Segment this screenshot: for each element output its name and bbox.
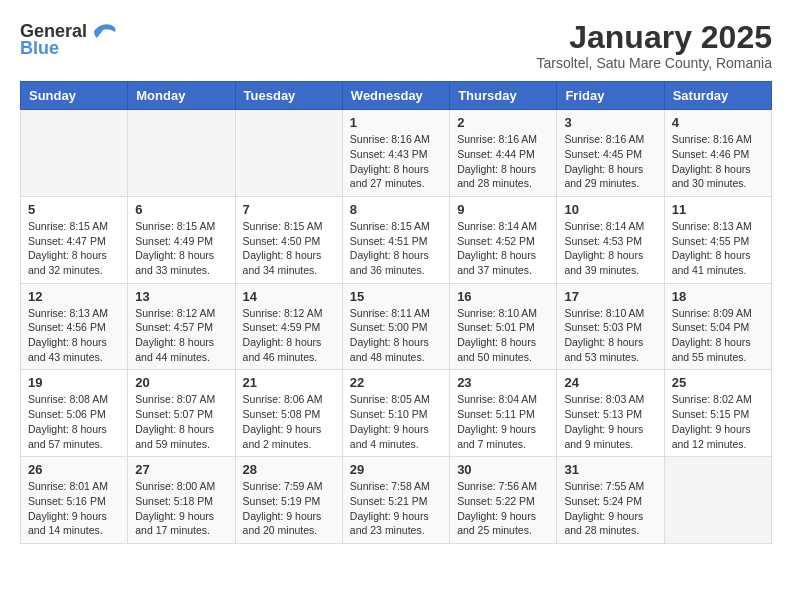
calendar-day-cell: [21, 110, 128, 197]
day-info: Sunrise: 8:15 AMSunset: 4:47 PMDaylight:…: [28, 219, 120, 278]
calendar-day-cell: 6Sunrise: 8:15 AMSunset: 4:49 PMDaylight…: [128, 196, 235, 283]
day-of-week-header: Saturday: [664, 82, 771, 110]
calendar-day-cell: 17Sunrise: 8:10 AMSunset: 5:03 PMDayligh…: [557, 283, 664, 370]
day-info: Sunrise: 8:07 AMSunset: 5:07 PMDaylight:…: [135, 392, 227, 451]
day-number: 4: [672, 115, 764, 130]
calendar-day-cell: 11Sunrise: 8:13 AMSunset: 4:55 PMDayligh…: [664, 196, 771, 283]
day-number: 30: [457, 462, 549, 477]
calendar-day-cell: 29Sunrise: 7:58 AMSunset: 5:21 PMDayligh…: [342, 457, 449, 544]
day-info: Sunrise: 8:15 AMSunset: 4:49 PMDaylight:…: [135, 219, 227, 278]
day-info: Sunrise: 8:11 AMSunset: 5:00 PMDaylight:…: [350, 306, 442, 365]
day-info: Sunrise: 8:14 AMSunset: 4:52 PMDaylight:…: [457, 219, 549, 278]
day-info: Sunrise: 8:01 AMSunset: 5:16 PMDaylight:…: [28, 479, 120, 538]
day-info: Sunrise: 8:13 AMSunset: 4:55 PMDaylight:…: [672, 219, 764, 278]
logo-blue-text: Blue: [20, 38, 59, 59]
logo-bird-icon: [89, 20, 119, 42]
calendar-day-cell: 30Sunrise: 7:56 AMSunset: 5:22 PMDayligh…: [450, 457, 557, 544]
calendar-day-cell: 8Sunrise: 8:15 AMSunset: 4:51 PMDaylight…: [342, 196, 449, 283]
calendar-day-cell: 13Sunrise: 8:12 AMSunset: 4:57 PMDayligh…: [128, 283, 235, 370]
day-number: 23: [457, 375, 549, 390]
day-number: 6: [135, 202, 227, 217]
calendar-day-cell: [128, 110, 235, 197]
day-number: 24: [564, 375, 656, 390]
day-of-week-header: Friday: [557, 82, 664, 110]
calendar-week-row: 26Sunrise: 8:01 AMSunset: 5:16 PMDayligh…: [21, 457, 772, 544]
calendar-day-cell: 25Sunrise: 8:02 AMSunset: 5:15 PMDayligh…: [664, 370, 771, 457]
day-number: 21: [243, 375, 335, 390]
calendar-day-cell: 1Sunrise: 8:16 AMSunset: 4:43 PMDaylight…: [342, 110, 449, 197]
day-number: 18: [672, 289, 764, 304]
calendar-day-cell: 27Sunrise: 8:00 AMSunset: 5:18 PMDayligh…: [128, 457, 235, 544]
day-number: 17: [564, 289, 656, 304]
calendar-day-cell: 22Sunrise: 8:05 AMSunset: 5:10 PMDayligh…: [342, 370, 449, 457]
calendar-day-cell: 3Sunrise: 8:16 AMSunset: 4:45 PMDaylight…: [557, 110, 664, 197]
day-number: 9: [457, 202, 549, 217]
day-info: Sunrise: 8:00 AMSunset: 5:18 PMDaylight:…: [135, 479, 227, 538]
day-of-week-header: Monday: [128, 82, 235, 110]
day-number: 19: [28, 375, 120, 390]
day-number: 20: [135, 375, 227, 390]
day-of-week-header: Tuesday: [235, 82, 342, 110]
day-number: 8: [350, 202, 442, 217]
logo: General Blue: [20, 20, 119, 59]
day-info: Sunrise: 8:16 AMSunset: 4:46 PMDaylight:…: [672, 132, 764, 191]
day-number: 28: [243, 462, 335, 477]
day-info: Sunrise: 8:16 AMSunset: 4:44 PMDaylight:…: [457, 132, 549, 191]
calendar-day-cell: 5Sunrise: 8:15 AMSunset: 4:47 PMDaylight…: [21, 196, 128, 283]
calendar-day-cell: 26Sunrise: 8:01 AMSunset: 5:16 PMDayligh…: [21, 457, 128, 544]
day-number: 22: [350, 375, 442, 390]
day-number: 2: [457, 115, 549, 130]
day-number: 29: [350, 462, 442, 477]
day-info: Sunrise: 8:08 AMSunset: 5:06 PMDaylight:…: [28, 392, 120, 451]
month-title: January 2025: [536, 20, 772, 55]
page-header: General Blue January 2025 Tarsoltel, Sat…: [20, 20, 772, 71]
calendar-day-cell: 14Sunrise: 8:12 AMSunset: 4:59 PMDayligh…: [235, 283, 342, 370]
calendar-day-cell: 7Sunrise: 8:15 AMSunset: 4:50 PMDaylight…: [235, 196, 342, 283]
day-number: 12: [28, 289, 120, 304]
calendar-day-cell: 19Sunrise: 8:08 AMSunset: 5:06 PMDayligh…: [21, 370, 128, 457]
calendar-day-cell: 15Sunrise: 8:11 AMSunset: 5:00 PMDayligh…: [342, 283, 449, 370]
day-info: Sunrise: 7:55 AMSunset: 5:24 PMDaylight:…: [564, 479, 656, 538]
calendar-day-cell: 4Sunrise: 8:16 AMSunset: 4:46 PMDaylight…: [664, 110, 771, 197]
day-number: 27: [135, 462, 227, 477]
day-info: Sunrise: 8:14 AMSunset: 4:53 PMDaylight:…: [564, 219, 656, 278]
day-info: Sunrise: 8:05 AMSunset: 5:10 PMDaylight:…: [350, 392, 442, 451]
calendar-day-cell: 24Sunrise: 8:03 AMSunset: 5:13 PMDayligh…: [557, 370, 664, 457]
day-info: Sunrise: 8:12 AMSunset: 4:59 PMDaylight:…: [243, 306, 335, 365]
day-of-week-header: Sunday: [21, 82, 128, 110]
day-info: Sunrise: 8:15 AMSunset: 4:50 PMDaylight:…: [243, 219, 335, 278]
day-info: Sunrise: 8:04 AMSunset: 5:11 PMDaylight:…: [457, 392, 549, 451]
day-info: Sunrise: 8:10 AMSunset: 5:03 PMDaylight:…: [564, 306, 656, 365]
day-of-week-header: Wednesday: [342, 82, 449, 110]
day-info: Sunrise: 8:15 AMSunset: 4:51 PMDaylight:…: [350, 219, 442, 278]
calendar-header-row: SundayMondayTuesdayWednesdayThursdayFrid…: [21, 82, 772, 110]
day-number: 10: [564, 202, 656, 217]
calendar-day-cell: 9Sunrise: 8:14 AMSunset: 4:52 PMDaylight…: [450, 196, 557, 283]
day-info: Sunrise: 8:06 AMSunset: 5:08 PMDaylight:…: [243, 392, 335, 451]
calendar-week-row: 19Sunrise: 8:08 AMSunset: 5:06 PMDayligh…: [21, 370, 772, 457]
day-info: Sunrise: 7:59 AMSunset: 5:19 PMDaylight:…: [243, 479, 335, 538]
calendar-day-cell: 10Sunrise: 8:14 AMSunset: 4:53 PMDayligh…: [557, 196, 664, 283]
day-number: 14: [243, 289, 335, 304]
day-info: Sunrise: 7:56 AMSunset: 5:22 PMDaylight:…: [457, 479, 549, 538]
day-info: Sunrise: 8:13 AMSunset: 4:56 PMDaylight:…: [28, 306, 120, 365]
calendar-day-cell: [235, 110, 342, 197]
day-number: 13: [135, 289, 227, 304]
day-info: Sunrise: 8:12 AMSunset: 4:57 PMDaylight:…: [135, 306, 227, 365]
calendar-table: SundayMondayTuesdayWednesdayThursdayFrid…: [20, 81, 772, 544]
day-number: 1: [350, 115, 442, 130]
calendar-day-cell: 20Sunrise: 8:07 AMSunset: 5:07 PMDayligh…: [128, 370, 235, 457]
day-info: Sunrise: 8:10 AMSunset: 5:01 PMDaylight:…: [457, 306, 549, 365]
calendar-day-cell: 31Sunrise: 7:55 AMSunset: 5:24 PMDayligh…: [557, 457, 664, 544]
calendar-day-cell: 18Sunrise: 8:09 AMSunset: 5:04 PMDayligh…: [664, 283, 771, 370]
day-number: 7: [243, 202, 335, 217]
day-number: 11: [672, 202, 764, 217]
calendar-day-cell: [664, 457, 771, 544]
day-number: 31: [564, 462, 656, 477]
day-number: 15: [350, 289, 442, 304]
calendar-day-cell: 21Sunrise: 8:06 AMSunset: 5:08 PMDayligh…: [235, 370, 342, 457]
day-info: Sunrise: 8:16 AMSunset: 4:43 PMDaylight:…: [350, 132, 442, 191]
location-subtitle: Tarsoltel, Satu Mare County, Romania: [536, 55, 772, 71]
calendar-day-cell: 12Sunrise: 8:13 AMSunset: 4:56 PMDayligh…: [21, 283, 128, 370]
calendar-day-cell: 28Sunrise: 7:59 AMSunset: 5:19 PMDayligh…: [235, 457, 342, 544]
